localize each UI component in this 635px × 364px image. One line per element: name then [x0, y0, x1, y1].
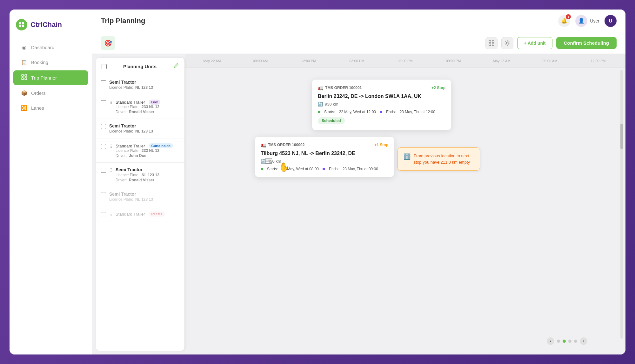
logo-icon [16, 19, 27, 30]
unit-plate: Licence Plate: 233 NL 12 [116, 105, 179, 109]
unit-driver: Driver: Ronald Visser [116, 110, 179, 114]
sidebar-item-label: Lanes [31, 105, 44, 111]
starts-value: 22 May, Wed at 12:00 [339, 110, 376, 114]
unit-info: Standard Trailer Box Licence Plate: 233 … [116, 100, 179, 114]
header: Trip Planning 🔔 1 👤 User U [92, 10, 625, 32]
ends-label-2: Ends: [329, 167, 339, 171]
unit-type: Standard Trailer [116, 212, 145, 217]
user-avatar-circle: 👤 [575, 15, 587, 27]
sidebar: CtrlChain ◉ Dashboard 📋 Booking Trip Pla… [10, 10, 92, 354]
svg-rect-11 [492, 44, 494, 46]
page-dot-1[interactable] [557, 340, 560, 343]
planning-unit: ⠿ Standard Trailer Box Licence Plate: 23… [96, 95, 184, 119]
order-id-1: 🚛 TMS ORDER 100001 [318, 85, 362, 90]
edit-icon[interactable] [173, 63, 179, 70]
unit-plate: Licence Plate: 233 NL 12 [116, 148, 179, 153]
svg-rect-8 [489, 41, 491, 42]
planning-unit: ⠿ Standard Trailer Curtainside Licence P… [96, 139, 184, 163]
card-2-km: 🔄 450 km [261, 159, 388, 164]
settings-button[interactable] [501, 37, 513, 49]
sidebar-item-dashboard[interactable]: ◉ Dashboard [13, 41, 88, 54]
start-dot [318, 111, 320, 113]
page-dot-2[interactable] [563, 340, 566, 343]
planning-unit: ⠿ Semi Tractor Licence Plate: NL 123 13 … [96, 163, 184, 187]
svg-rect-6 [22, 78, 23, 80]
km-icon-2: 🔄 [261, 159, 266, 164]
unit-checkbox[interactable] [101, 80, 106, 85]
dashboard-icon: ◉ [21, 44, 27, 50]
sidebar-item-label: Booking [31, 60, 48, 65]
notification-badge: 1 [566, 14, 571, 19]
svg-rect-7 [25, 78, 27, 80]
start-dot-2 [261, 168, 263, 170]
unit-info: Semi Tractor Licence Plate: NL 123 13 [109, 80, 179, 90]
tl-label: 09:00 PM [429, 59, 478, 63]
next-page-button[interactable]: › [580, 337, 587, 345]
unit-info: Semi Tractor Licence Plate: NL 123 13 Dr… [116, 167, 179, 182]
user-info[interactable]: 👤 User [575, 15, 599, 27]
unit-checkbox[interactable] [101, 212, 106, 217]
sidebar-item-orders[interactable]: 📦 Orders [13, 86, 88, 100]
add-unit-button[interactable]: + Add unit [517, 37, 552, 49]
panel-title: Planning Units [123, 64, 157, 69]
toolbar-right: + Add unit Confirm Scheduling [485, 37, 617, 49]
starts-label-2: Starts: [267, 167, 278, 171]
drag-handle[interactable]: ⠿ [109, 212, 112, 217]
unit-info: Standard Trailer Reefer [116, 211, 179, 217]
drag-handle[interactable]: ⠿ [109, 100, 112, 105]
sidebar-item-label: Trip Planner [31, 75, 57, 81]
card-1-times: Starts: 22 May, Wed at 12:00 Ends: 23 Ma… [318, 110, 445, 114]
unit-plate: Licence Plate: NL 123 13 [109, 85, 179, 90]
svg-rect-10 [489, 44, 491, 46]
user-name: User [590, 18, 599, 23]
svg-point-12 [506, 42, 508, 44]
drag-handle[interactable]: ⠿ [109, 144, 112, 149]
stop-badge-1: +2 Stop [431, 86, 445, 90]
card-1-km: 🔄 930 km [318, 102, 445, 107]
unit-info: Standard Trailer Curtainside Licence Pla… [116, 143, 179, 158]
select-all-checkbox[interactable] [102, 64, 107, 69]
prev-page-button[interactable]: ‹ [547, 337, 554, 345]
unit-checkbox[interactable] [101, 144, 106, 149]
unit-checkbox[interactable] [101, 168, 106, 173]
tl-label: May 22 AM [188, 59, 236, 63]
unit-checkbox[interactable] [101, 100, 106, 105]
order-card-2[interactable]: 🚛 TMS ORDER 100002 +1 Stop Tilburg 4523 … [255, 136, 394, 177]
unit-plate: Licence Plate: NL 123 13 [109, 129, 179, 133]
content-area: Planning Units Semi Tractor Licence Plat… [92, 54, 625, 354]
unit-type: Semi Tractor [109, 123, 179, 128]
toolbar-left: 🎯 [101, 36, 115, 50]
card-1-route: Berlin 23242, DE -> London SW1A 1AA, UK [318, 94, 445, 99]
page-dot-3[interactable] [568, 340, 572, 343]
order-card-1[interactable]: 🚛 TMS ORDER 100001 +2 Stop Berlin 23242,… [312, 79, 451, 130]
sidebar-item-booking[interactable]: 📋 Booking [13, 55, 88, 69]
drag-handle[interactable]: ⠿ [109, 168, 112, 173]
svg-rect-2 [19, 25, 21, 27]
unit-plate: Licence Plate: NL 123 13 [109, 197, 179, 202]
notification-button[interactable]: 🔔 1 [558, 15, 570, 27]
km-icon: 🔄 [318, 102, 323, 107]
sidebar-item-trip-planner[interactable]: Trip Planner [13, 70, 88, 85]
planning-unit: Semi Tractor Licence Plate: NL 123 13 [96, 119, 184, 139]
warning-icon: ℹ️ [404, 153, 411, 160]
unit-label: Standard Trailer Box [116, 100, 179, 105]
panel-header: Planning Units [96, 58, 184, 75]
scrollbar-track [620, 70, 623, 339]
unit-checkbox[interactable] [101, 192, 106, 197]
confirm-scheduling-button[interactable]: Confirm Scheduling [556, 37, 617, 49]
warning-text: From previous location to next stop you … [414, 153, 474, 165]
card-2-times: Starts: 22 May, Wed at 08:00 Ends: 23 Ma… [261, 167, 388, 171]
page-dot-4[interactable] [574, 340, 577, 343]
unit-checkbox[interactable] [101, 124, 106, 129]
grid-view-button[interactable] [485, 37, 498, 49]
tl-label: 09:00 AM [526, 59, 574, 63]
user-avatar[interactable]: U [605, 15, 617, 27]
sidebar-item-label: Dashboard [31, 45, 54, 50]
truck-icon-2: 🚛 [261, 142, 266, 147]
unit-driver: Driver: Ronald Visser [116, 178, 179, 182]
unit-label: Standard Trailer Curtainside [116, 143, 179, 148]
sidebar-item-lanes[interactable]: 🔀 Lanes [13, 101, 88, 115]
end-dot [380, 111, 382, 113]
planning-avatar: 🎯 [101, 36, 115, 50]
scrollbar-thumb[interactable] [620, 124, 623, 149]
